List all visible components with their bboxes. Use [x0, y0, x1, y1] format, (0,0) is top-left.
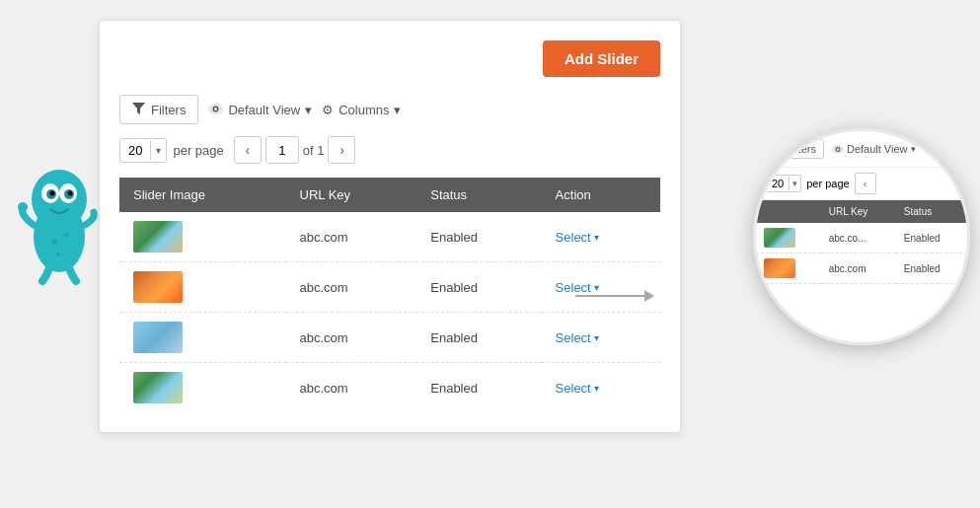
col-header-url: URL Key — [286, 178, 417, 212]
table-row: abc.com Enabled Select ▾ — [119, 363, 660, 413]
svg-marker-17 — [644, 290, 654, 302]
per-page-label: per page — [173, 143, 223, 158]
per-page-dropdown-arrow[interactable]: ▾ — [150, 141, 166, 160]
zoom-table: URL Key Status abc.co... Enabled abc.com… — [756, 200, 967, 284]
zoom-prev-btn: ‹ — [855, 173, 876, 194]
zoom-col-image — [756, 200, 821, 223]
top-bar: Add Slider — [119, 40, 660, 77]
toolbar: Filters Default View ▾ ⚙ Columns ▾ — [119, 95, 660, 124]
select-action-1[interactable]: Select ▾ — [556, 230, 646, 245]
zoom-filters-label: Filters — [787, 143, 816, 155]
zoom-table-row: abc.co... Enabled — [756, 223, 967, 254]
page-input[interactable] — [265, 136, 299, 164]
zoom-filter-btn: Filters — [766, 139, 824, 159]
select-arrow-3: ▾ — [594, 332, 599, 343]
alien-mascot — [15, 148, 104, 286]
per-page-value: 20 — [120, 139, 150, 162]
svg-point-15 — [214, 108, 217, 110]
zoom-default-view-label: Default View — [847, 143, 908, 155]
svg-point-11 — [56, 253, 60, 256]
status-1: Enabled — [416, 212, 541, 262]
zoom-per-page: 20 ▾ — [766, 175, 801, 192]
svg-point-8 — [18, 202, 28, 212]
columns-label: Columns — [339, 103, 389, 117]
slider-thumbnail-2 — [133, 271, 183, 303]
svg-marker-18 — [774, 145, 783, 153]
eye-icon — [208, 103, 223, 117]
default-view-button[interactable]: Default View ▾ — [208, 103, 312, 117]
default-view-label: Default View — [228, 103, 300, 117]
zoom-thumb-1 — [764, 228, 795, 248]
zoom-connector-arrow — [575, 266, 654, 328]
page-nav: ‹ of 1 › — [234, 136, 356, 164]
next-page-button[interactable]: › — [328, 136, 355, 164]
zoom-col-url: URL Key — [821, 200, 896, 223]
slider-thumbnail-4 — [133, 372, 183, 403]
main-panel: Add Slider Filters Default View ▾ ⚙ Colu… — [99, 20, 681, 433]
svg-point-1 — [32, 170, 87, 229]
chevron-down-icon-2: ▾ — [394, 103, 401, 117]
prev-page-button[interactable]: ‹ — [234, 136, 262, 164]
zoom-per-page-label: per page — [806, 178, 849, 189]
svg-point-6 — [50, 191, 55, 196]
svg-point-21 — [837, 148, 839, 150]
select-action-4[interactable]: Select ▾ — [556, 381, 646, 396]
filters-button[interactable]: Filters — [119, 95, 198, 124]
select-arrow-4: ▾ — [594, 383, 599, 394]
zoom-pagination: 20 ▾ per page ‹ — [756, 168, 967, 200]
status-2: Enabled — [416, 262, 541, 313]
col-header-image: Slider Image — [119, 178, 286, 212]
zoom-thumb-2 — [764, 258, 795, 278]
zoom-callout: Filters Default View ▾ 20 ▾ per page ‹ — [723, 128, 970, 345]
zoom-status-2: Enabled — [896, 254, 967, 284]
zoom-toolbar: Filters Default View ▾ — [756, 131, 967, 168]
per-page-select[interactable]: 20 ▾ — [119, 138, 167, 163]
columns-button[interactable]: ⚙ Columns ▾ — [322, 103, 401, 117]
zoom-url-2: abc.com — [821, 254, 896, 284]
select-arrow-1: ▾ — [594, 232, 599, 243]
zoom-circle: Filters Default View ▾ 20 ▾ per page ‹ — [753, 128, 970, 345]
gear-icon: ⚙ — [322, 103, 334, 117]
zoom-table-row: abc.com Enabled — [756, 254, 967, 284]
zoom-url-1: abc.co... — [821, 223, 896, 254]
zoom-chevron-icon: ▾ — [911, 144, 916, 154]
url-key-1: abc.com — [286, 212, 417, 262]
zoom-inner: Filters Default View ▾ 20 ▾ per page ‹ — [756, 131, 967, 342]
of-label: of 1 — [303, 143, 325, 158]
svg-point-9 — [51, 239, 57, 245]
filter-icon — [132, 102, 145, 117]
filters-label: Filters — [151, 103, 186, 117]
url-key-4: abc.com — [286, 363, 417, 413]
status-4: Enabled — [416, 363, 541, 413]
pagination-bar: 20 ▾ per page ‹ of 1 › — [119, 136, 660, 164]
zoom-status-1: Enabled — [896, 223, 967, 254]
url-key-3: abc.com — [286, 313, 417, 363]
zoom-per-page-value: 20 — [767, 176, 789, 191]
svg-marker-12 — [132, 103, 145, 114]
svg-point-10 — [64, 233, 69, 238]
slider-thumbnail-1 — [133, 221, 183, 253]
zoom-view-btn: Default View ▾ — [832, 143, 916, 155]
add-slider-button[interactable]: Add Slider — [543, 40, 660, 77]
zoom-per-page-arrow: ▾ — [789, 177, 800, 190]
status-3: Enabled — [416, 313, 541, 363]
zoom-col-status: Status — [896, 200, 967, 223]
url-key-2: abc.com — [286, 262, 417, 313]
table-row: abc.com Enabled Select ▾ — [119, 212, 660, 262]
svg-point-7 — [68, 191, 73, 196]
slider-thumbnail-3 — [133, 322, 183, 353]
col-header-action: Action — [542, 178, 660, 212]
col-header-status: Status — [416, 178, 541, 212]
select-action-3[interactable]: Select ▾ — [556, 330, 646, 345]
chevron-down-icon: ▾ — [305, 103, 312, 117]
